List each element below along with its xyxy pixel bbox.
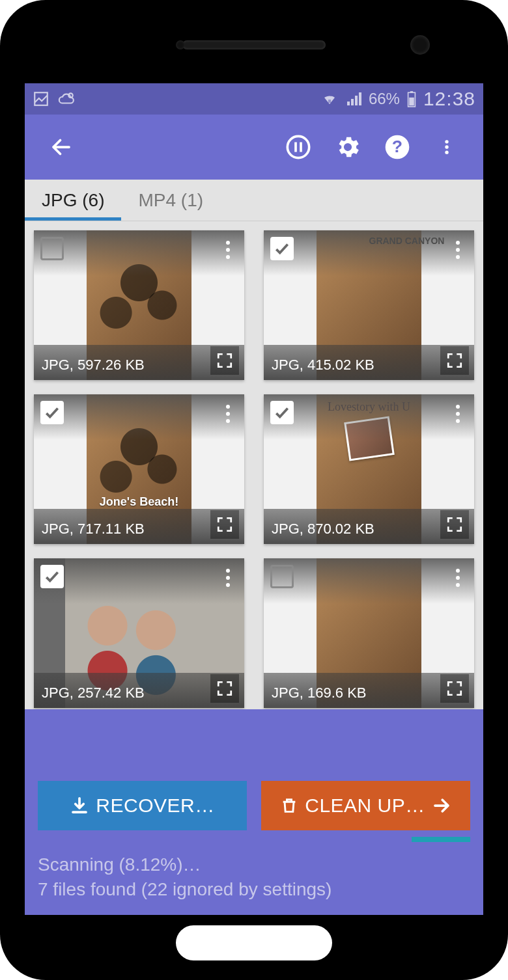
svg-point-10 [445,140,448,143]
phone-proximity-sensor [176,40,185,49]
select-checkbox[interactable] [40,565,64,588]
select-checkbox[interactable] [270,401,294,424]
arrow-right-icon [432,796,451,815]
results-area[interactable]: JPG, 597.26 KB GRAND CANYON [25,221,483,709]
recover-button[interactable]: RECOVER… [38,781,247,830]
tab-mp4[interactable]: MP4 (1) [121,180,220,221]
fullscreen-button[interactable] [210,674,239,703]
results-grid: JPG, 597.26 KB GRAND CANYON [34,230,474,708]
svg-point-11 [445,145,448,148]
tile-menu-button[interactable] [218,565,238,591]
result-tile[interactable]: JPG, 169.6 KB [264,558,474,708]
result-tile[interactable]: JPG, 597.26 KB [34,230,244,380]
tile-menu-button[interactable] [218,237,238,263]
app-toolbar: ? [25,115,483,180]
fullscreen-button[interactable] [440,674,469,703]
trash-icon [280,796,298,815]
select-checkbox[interactable] [40,401,64,424]
scan-status: Scanning (8.12%)… 7 files found (22 igno… [38,852,470,902]
notification-cloud-icon [57,90,76,107]
fullscreen-button[interactable] [440,510,469,539]
tab-label: JPG (6) [42,190,104,211]
tile-menu-button[interactable] [448,401,468,427]
phone-frame: 66% 12:38 ? [0,0,508,980]
cell-signal-icon [345,91,362,107]
thumb-overlay-text: Jone's Beach! [100,495,178,509]
scanning-label: Scanning (8.12%)… [38,852,470,877]
app-screen: 66% 12:38 ? [25,83,483,915]
result-tile[interactable]: Jone's Beach! JPG, 717.11 KB [34,394,244,544]
fullscreen-button[interactable] [440,346,469,375]
svg-rect-6 [294,143,297,152]
help-button[interactable]: ? [378,128,417,167]
status-bar: 66% 12:38 [25,83,483,115]
fullscreen-button[interactable] [210,510,239,539]
svg-point-12 [445,150,448,154]
download-icon [70,796,89,815]
progress-indicator [412,837,470,842]
settings-button[interactable] [328,128,367,167]
file-size-label: JPG, 415.02 KB [272,357,374,374]
tile-menu-button[interactable] [218,401,238,427]
files-found-label: 7 files found (22 ignored by settings) [38,877,470,902]
bottom-panel: RECOVER… CLEAN UP… Scanning (8.12%)… 7 f… [25,709,483,915]
tile-menu-button[interactable] [448,237,468,263]
svg-rect-3 [410,91,413,92]
clock-label: 12:38 [423,88,475,110]
phone-earpiece [182,40,326,49]
notification-image-icon [33,90,49,107]
battery-icon [406,90,417,107]
pause-button[interactable] [279,128,318,167]
tab-jpg[interactable]: JPG (6) [25,180,121,221]
result-tile[interactable]: JPG, 257.42 KB [34,558,244,708]
wifi-icon [320,91,339,107]
svg-rect-4 [409,98,414,105]
overflow-menu-button[interactable] [427,128,466,167]
phone-home-button[interactable] [176,925,332,960]
select-checkbox[interactable] [40,237,64,260]
tab-label: MP4 (1) [138,190,203,211]
file-size-label: JPG, 257.42 KB [42,685,145,701]
file-size-label: JPG, 870.02 KB [272,521,374,538]
phone-front-camera [410,35,430,55]
svg-point-5 [287,136,309,157]
tab-row: JPG (6) MP4 (1) [25,180,483,221]
file-size-label: JPG, 169.6 KB [272,685,367,701]
back-button[interactable] [42,128,81,167]
tile-menu-button[interactable] [448,565,468,591]
fullscreen-button[interactable] [210,346,239,375]
result-tile[interactable]: GRAND CANYON JPG, 415.02 KB [264,230,474,380]
result-tile[interactable]: Lovestory with U JPG, 870.02 KB [264,394,474,544]
svg-point-1 [68,93,73,98]
cleanup-label: CLEAN UP… [305,795,425,817]
select-checkbox[interactable] [270,565,294,588]
cleanup-button[interactable]: CLEAN UP… [261,781,470,830]
file-size-label: JPG, 717.11 KB [42,521,145,538]
file-size-label: JPG, 597.26 KB [42,357,145,374]
svg-rect-7 [300,143,302,152]
select-checkbox[interactable] [270,237,294,260]
recover-label: RECOVER… [96,795,214,817]
svg-text:?: ? [392,137,402,156]
svg-rect-0 [35,92,48,105]
battery-pct-label: 66% [369,90,400,108]
